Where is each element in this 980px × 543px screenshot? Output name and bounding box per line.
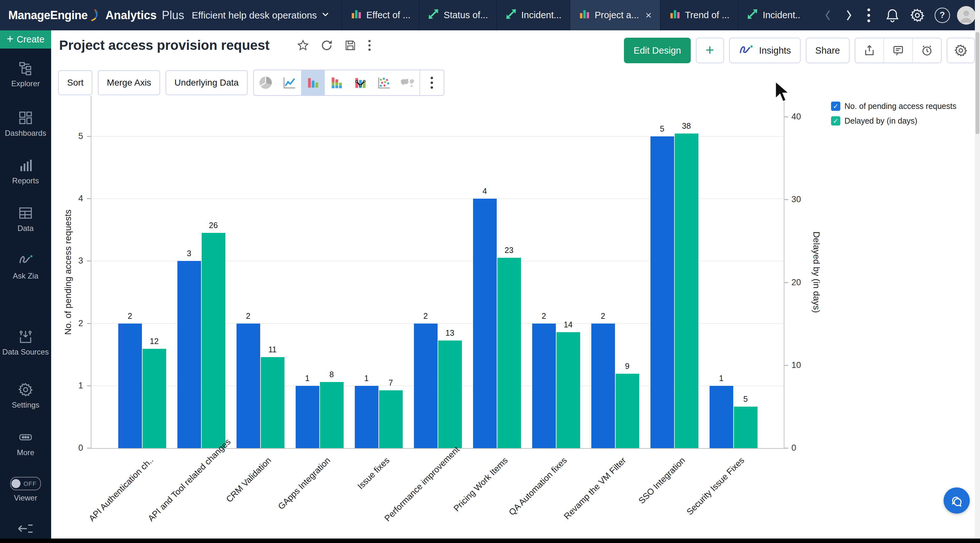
sidebar-item-more[interactable]: More	[0, 430, 51, 457]
left-axis-tick	[87, 198, 91, 199]
more-icon	[18, 430, 33, 445]
bar-pending-requests[interactable]	[532, 324, 556, 448]
tab-close-icon[interactable]: ×	[645, 9, 652, 21]
tab-label: Trend of ...	[685, 10, 729, 21]
tab-trend-of-[interactable]: Trend of ...	[660, 0, 738, 30]
tab-project-a-[interactable]: Project a...×	[570, 0, 660, 30]
bar-pending-requests[interactable]	[118, 324, 142, 448]
comments-icon[interactable]	[883, 38, 912, 63]
schedule-alarm-icon[interactable]	[912, 38, 941, 63]
chart-type-stacked-bar-icon[interactable]	[325, 70, 348, 95]
sidebar-item-settings[interactable]: Settings	[0, 382, 51, 410]
bar-pending-requests[interactable]	[296, 386, 319, 448]
x-axis-label: API and Tool related changes	[146, 456, 214, 524]
legend-checkbox-icon[interactable]: ✓	[831, 102, 840, 111]
reports-icon	[18, 158, 33, 173]
legend-item[interactable]: ✓Delayed by (in days)	[831, 116, 956, 125]
chart-type-line-chart-icon[interactable]	[277, 70, 301, 95]
vertical-scrollbar[interactable]	[975, 0, 980, 543]
legend-item[interactable]: ✓No. of pending access requests	[831, 102, 956, 111]
bar-delayed-days[interactable]	[616, 374, 639, 448]
add-report-button[interactable]: +	[696, 38, 724, 63]
plus-icon: +	[7, 32, 13, 46]
bar-delayed-days[interactable]	[497, 258, 521, 448]
bar-pending-requests[interactable]	[355, 386, 379, 448]
chart-type-overflow-icon[interactable]	[419, 70, 444, 95]
sidebar-item-dashboards[interactable]: Dashboards	[0, 110, 51, 138]
export-icon[interactable]	[855, 38, 883, 63]
trend-icon	[428, 8, 439, 22]
collapse-sidebar-button[interactable]	[0, 522, 51, 537]
chart-type-bar-chart-icon[interactable]	[301, 70, 325, 95]
share-button[interactable]: Share	[806, 38, 850, 63]
settings-gear-icon[interactable]	[907, 0, 928, 30]
viewer-toggle[interactable]: OFF Viewer	[0, 477, 51, 503]
sidebar-item-data-sources[interactable]: Data Sources	[0, 329, 51, 357]
create-button[interactable]: + Create	[0, 30, 51, 49]
bar-value-label: 1	[294, 374, 321, 383]
x-axis-label: Issue fixes	[323, 456, 391, 524]
tab-status-of-[interactable]: Status of...	[419, 0, 496, 30]
tab-incident-[interactable]: Incident...	[496, 0, 570, 30]
bar-delayed-days[interactable]	[320, 382, 344, 448]
tab-scroll-right-button[interactable]	[839, 0, 859, 30]
report-settings-button[interactable]	[947, 38, 975, 63]
tab-overflow-kebab-icon[interactable]	[860, 0, 878, 30]
bar-delayed-days[interactable]	[438, 340, 462, 448]
bar-value-label: 2	[235, 311, 262, 321]
bar-delayed-days[interactable]	[261, 357, 285, 448]
bar-pending-requests[interactable]	[710, 386, 733, 448]
sidebar-item-explorer[interactable]: Explorer	[0, 61, 51, 89]
bar-pending-requests[interactable]	[237, 324, 260, 448]
viewer-toggle-pill[interactable]: OFF	[10, 477, 41, 490]
scrollbar-thumb[interactable]	[975, 32, 979, 134]
bar-delayed-days[interactable]	[675, 133, 698, 448]
tab-scroll-left-button[interactable]	[818, 0, 837, 30]
mouse-cursor	[774, 80, 793, 106]
chart-type-scatter-icon[interactable]	[372, 70, 396, 95]
bar-pending-requests[interactable]	[591, 324, 615, 448]
help-icon[interactable]: ?	[932, 0, 953, 30]
notifications-bell-icon[interactable]	[882, 0, 903, 30]
save-icon[interactable]	[344, 39, 357, 53]
bar-delayed-days[interactable]	[202, 233, 225, 448]
x-axis-label: Security Issue Fixes	[678, 456, 746, 524]
plus-icon: +	[705, 41, 714, 59]
data-table-icon	[18, 205, 33, 221]
chart-type-map-icon[interactable]	[396, 70, 419, 95]
left-axis-tick	[87, 260, 91, 261]
tab-effect-of-[interactable]: Effect of ...	[341, 0, 419, 30]
edit-design-button[interactable]: Edit Design	[624, 38, 690, 63]
bar-delayed-days[interactable]	[734, 406, 757, 448]
title-kebab-icon[interactable]	[368, 39, 371, 53]
underlying-data-button[interactable]: Underlying Data	[165, 70, 248, 95]
sidebar-item-data[interactable]: Data	[0, 205, 51, 233]
chart-type-pie-icon[interactable]	[254, 70, 277, 95]
bar-delayed-days[interactable]	[379, 390, 403, 448]
sidebar-item-reports[interactable]: Reports	[0, 158, 51, 186]
tab-incident-[interactable]: Incident..	[738, 0, 809, 30]
right-axis-tick-label: 40	[791, 112, 817, 122]
favorite-star-icon[interactable]	[297, 39, 309, 53]
workspace-selector[interactable]: Efficient help desk operations	[192, 0, 329, 30]
sidebar-item-ask-zia[interactable]: Ask Zia	[0, 253, 51, 281]
merge-axis-button[interactable]: Merge Axis	[98, 70, 160, 95]
sort-button[interactable]: Sort	[58, 70, 92, 95]
refresh-icon[interactable]	[320, 39, 333, 53]
bar-delayed-days[interactable]	[143, 349, 166, 448]
bar-pending-requests[interactable]	[651, 137, 674, 448]
x-axis-label: QA Automation fixes	[501, 456, 569, 524]
user-avatar[interactable]	[955, 0, 977, 30]
chart-type-combo-icon[interactable]	[348, 70, 372, 95]
left-axis-tick	[87, 323, 91, 324]
bar-pending-requests[interactable]	[177, 261, 201, 448]
bar-pending-requests[interactable]	[414, 324, 438, 448]
chat-support-button[interactable]	[943, 487, 970, 514]
left-sidebar: + Create ExplorerDashboardsReportsDataAs…	[0, 30, 51, 538]
toggle-knob	[11, 479, 21, 488]
tab-label: Project a...	[595, 10, 639, 21]
legend-checkbox-icon[interactable]: ✓	[831, 116, 840, 125]
bar-delayed-days[interactable]	[557, 332, 580, 448]
zia-insights-button[interactable]: Insights	[729, 38, 801, 63]
bar-pending-requests[interactable]	[473, 198, 497, 448]
